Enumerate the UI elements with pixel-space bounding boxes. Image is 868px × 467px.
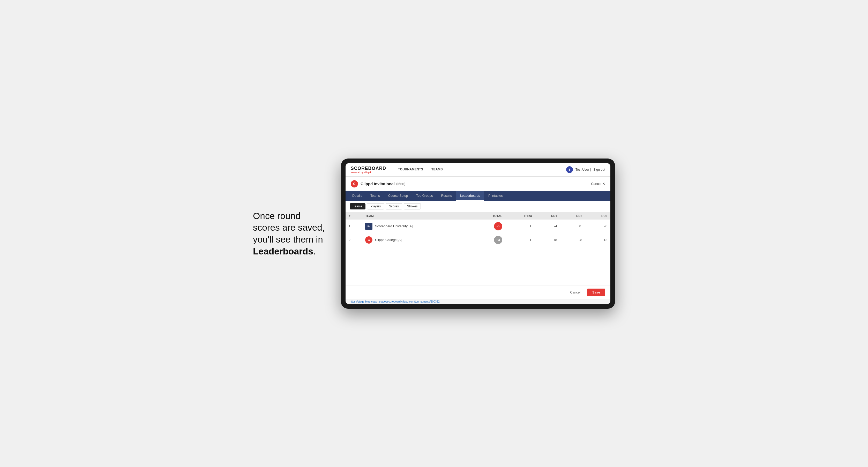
logo-area: SCOREBOARD Powered by clippd [351, 166, 386, 174]
user-avatar: S [566, 166, 573, 173]
col-rd1: RD1 [535, 212, 560, 220]
tab-leaderboards[interactable]: Leaderboards [456, 191, 484, 201]
tournament-icon: C [351, 180, 358, 187]
nav-right: S Test User | Sign out [566, 166, 605, 173]
col-total: TOTAL [472, 212, 505, 220]
row1-total-badge: -5 [494, 222, 502, 230]
nav-teams[interactable]: TEAMS [427, 163, 447, 177]
cancel-button[interactable]: Cancel [566, 288, 585, 296]
nav-links: TOURNAMENTS TEAMS [394, 163, 447, 177]
row2-rd3: +3 [585, 233, 610, 247]
tab-teams[interactable]: Teams [366, 191, 384, 201]
modal-footer: Cancel Save [345, 285, 610, 299]
sidebar-text-main: Once round scores are saved, you'll see … [253, 211, 325, 245]
tablet-screen: SCOREBOARD Powered by clippd TOURNAMENTS… [345, 163, 610, 304]
row2-team-name: Clippd College [A] [375, 238, 401, 242]
row2-rd1: +8 [535, 233, 560, 247]
row1-rank: 1 [345, 220, 362, 233]
cancel-tournament-button[interactable]: Cancel ✕ [591, 182, 605, 186]
filter-players[interactable]: Players [367, 203, 384, 210]
row1-rd1: -4 [535, 220, 560, 233]
sidebar-description: Once round scores are saved, you'll see … [253, 210, 326, 257]
sidebar-period: . [313, 246, 316, 256]
filter-bar: Teams Players Scores Strokes [345, 201, 610, 212]
app-logo: SCOREBOARD [351, 166, 386, 171]
row1-team-logo: SU [365, 223, 372, 230]
row1-thru: F [505, 220, 535, 233]
row1-total: -5 [472, 220, 505, 233]
row2-total: +3 [472, 233, 505, 247]
row2-thru: F [505, 233, 535, 247]
row2-rank: 2 [345, 233, 362, 247]
table-row: 2 C Clippd College [A] +3 [345, 233, 610, 247]
row2-rd2: -8 [560, 233, 585, 247]
col-thru: THRU [505, 212, 535, 220]
leaderboard-table-wrapper: # TEAM TOTAL THRU RD1 RD2 RD3 [345, 212, 610, 285]
save-button[interactable]: Save [587, 288, 605, 296]
col-rd2: RD2 [560, 212, 585, 220]
status-url: https://stage-blue-coach.stagesecureboar… [350, 300, 440, 303]
tournament-gender: (Men) [396, 182, 406, 186]
col-rank: # [345, 212, 362, 220]
row1-team: SU Scoreboard University [A] [362, 220, 472, 233]
row2-team-logo: C [365, 236, 372, 244]
filter-scores[interactable]: Scores [385, 203, 402, 210]
top-navigation: SCOREBOARD Powered by clippd TOURNAMENTS… [345, 163, 610, 177]
col-team: TEAM [362, 212, 472, 220]
leaderboard-table: # TEAM TOTAL THRU RD1 RD2 RD3 [345, 212, 610, 247]
filter-teams[interactable]: Teams [350, 203, 366, 210]
row1-rd2: +5 [560, 220, 585, 233]
table-row: 1 SU Scoreboard University [A] -5 [345, 220, 610, 233]
row2-team: C Clippd College [A] [362, 233, 472, 247]
row1-team-name: Scoreboard University [A] [375, 224, 412, 228]
table-header-row: # TEAM TOTAL THRU RD1 RD2 RD3 [345, 212, 610, 220]
tab-tee-groups[interactable]: Tee Groups [412, 191, 437, 201]
tab-details[interactable]: Details [348, 191, 366, 201]
tournament-header: C Clippd Invitational (Men) Cancel ✕ [345, 177, 610, 191]
content-area: Teams Players Scores Strokes # TEAM TOTA… [345, 201, 610, 304]
row1-rd3: -6 [585, 220, 610, 233]
powered-by-text: Powered by clippd [351, 171, 386, 174]
sidebar-bold: Leaderboards [253, 246, 313, 256]
row2-total-badge: +3 [494, 236, 502, 244]
filter-strokes[interactable]: Strokes [404, 203, 421, 210]
col-rd3: RD3 [585, 212, 610, 220]
tablet-device: SCOREBOARD Powered by clippd TOURNAMENTS… [341, 158, 615, 309]
tabs-bar: Details Teams Course Setup Tee Groups Re… [345, 191, 610, 201]
tournament-name: Clippd Invitational [361, 182, 395, 186]
tab-printables[interactable]: Printables [484, 191, 507, 201]
sign-out-link[interactable]: Sign out [593, 168, 605, 172]
user-name: Test User | [576, 168, 591, 172]
status-bar: https://stage-blue-coach.stagesecureboar… [345, 299, 610, 304]
nav-tournaments[interactable]: TOURNAMENTS [394, 163, 427, 177]
tab-course-setup[interactable]: Course Setup [384, 191, 412, 201]
close-icon: ✕ [602, 182, 605, 186]
tab-results[interactable]: Results [437, 191, 456, 201]
